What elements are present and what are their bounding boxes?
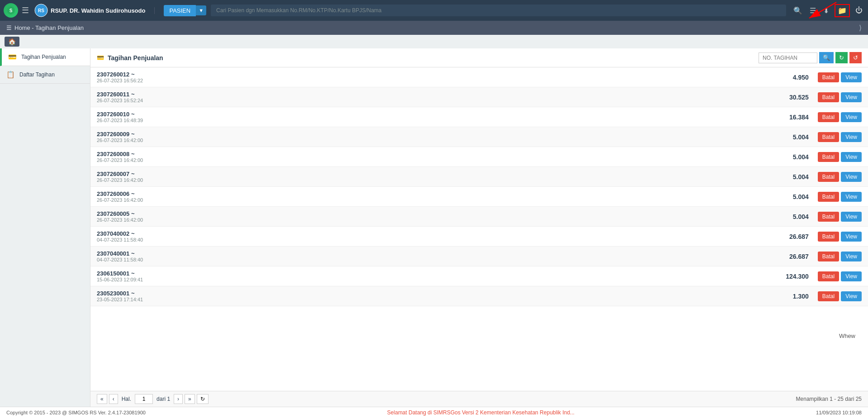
sidebar-item-tagihan-penjualan[interactable]: 💳 Tagihan Penjualan [0, 48, 90, 66]
view-button[interactable]: View [841, 132, 862, 142]
batal-button[interactable]: Batal [818, 132, 839, 142]
search-icon[interactable]: 🔍 [792, 5, 804, 17]
bill-actions: Batal View [818, 112, 862, 122]
pagination-first[interactable]: « [97, 394, 107, 404]
content-header: 💳 Tagihan Penjualan 🔍 ↻ ↺ [90, 48, 868, 67]
pagination-left: « ‹ Hal. dari 1 › » ↻ [97, 394, 209, 404]
view-button[interactable]: View [841, 192, 862, 202]
bill-date: 26-07-2023 16:56:22 [97, 78, 754, 83]
bill-actions: Batal View [818, 72, 862, 82]
tagihan-search-input[interactable] [759, 52, 817, 63]
batal-button[interactable]: Batal [818, 92, 839, 102]
bill-row: 2307260006 ~ 26-07-2023 16:42:00 5.004 B… [90, 187, 868, 207]
bill-info: 2307260006 ~ 26-07-2023 16:42:00 [97, 190, 754, 203]
logout-icon[interactable]: ⏻ [854, 5, 864, 16]
bill-row: 2305230001 ~ 23-05-2023 17:14:41 1.300 B… [90, 286, 868, 306]
bill-info: 2307040001 ~ 04-07-2023 11:58:40 [97, 250, 754, 262]
view-button[interactable]: View [841, 252, 862, 261]
view-button[interactable]: View [841, 112, 862, 122]
breadcrumb-bar: ☰ Home - Tagihan Penjualan ⟩ [0, 21, 868, 35]
bill-number: 2307260009 ~ [97, 131, 754, 138]
batal-button[interactable]: Batal [818, 112, 839, 122]
bill-row: 2307260010 ~ 26-07-2023 16:48:39 16.384 … [90, 107, 868, 127]
bill-actions: Batal View [818, 152, 862, 162]
bill-date: 26-07-2023 16:52:24 [97, 98, 754, 103]
bill-actions: Batal View [818, 252, 862, 261]
tagihan-reset-button[interactable]: ↺ [849, 52, 862, 63]
batal-button[interactable]: Batal [818, 152, 839, 162]
bill-number: 2307260005 ~ [97, 210, 754, 217]
bill-actions: Batal View [818, 232, 862, 242]
hamburger-menu[interactable]: ☰ [22, 5, 29, 15]
bill-row: 2307260012 ~ 26-07-2023 16:56:22 4.950 B… [90, 67, 868, 87]
view-button[interactable]: View [841, 72, 862, 82]
pagination-prev[interactable]: ‹ [109, 394, 118, 404]
view-button[interactable]: View [841, 92, 862, 102]
tagihan-search-button[interactable]: 🔍 [819, 52, 834, 63]
batal-button[interactable]: Batal [818, 291, 839, 301]
pagination-info: Menampilkan 1 - 25 dari 25 [796, 396, 862, 402]
pagination-refresh[interactable]: ↻ [197, 394, 209, 404]
batal-button[interactable]: Batal [818, 232, 839, 242]
view-button[interactable]: View [841, 271, 862, 281]
bill-amount: 5.004 [754, 153, 809, 161]
breadcrumb-collapse[interactable]: ⟩ [859, 24, 862, 32]
bill-info: 2307260007 ~ 26-07-2023 16:42:00 [97, 171, 754, 183]
batal-button[interactable]: Batal [818, 72, 839, 82]
sidebar-item-daftar-tagihan[interactable]: 📋 Daftar Tagihan [0, 66, 90, 84]
bill-info: 2307260009 ~ 26-07-2023 16:42:00 [97, 131, 754, 143]
folder-icon[interactable]: 📁 [835, 4, 850, 17]
bill-info: 2307260012 ~ 26-07-2023 16:56:22 [97, 71, 754, 83]
pasien-button[interactable]: PASIEN [164, 5, 196, 16]
footer-copyright: Copyright © 2015 - 2023 @ SIMGOS RS Ver.… [6, 410, 146, 415]
footer: Copyright © 2015 - 2023 @ SIMGOS RS Ver.… [0, 407, 868, 418]
view-button[interactable]: View [841, 172, 862, 182]
bill-actions: Batal View [818, 212, 862, 222]
view-button[interactable]: View [841, 152, 862, 162]
batal-button[interactable]: Batal [818, 252, 839, 261]
batal-button[interactable]: Batal [818, 212, 839, 222]
bill-number: 2307260012 ~ [97, 71, 754, 78]
bill-amount: 1.300 [754, 293, 809, 300]
bill-info: 2307260005 ~ 26-07-2023 16:42:00 [97, 210, 754, 223]
bill-actions: Batal View [818, 92, 862, 102]
view-button[interactable]: View [841, 291, 862, 301]
pagination-page-input[interactable] [135, 394, 153, 404]
tagihan-refresh-button[interactable]: ↻ [835, 52, 848, 63]
bill-info: 2307260011 ~ 26-07-2023 16:52:24 [97, 91, 754, 103]
view-button[interactable]: View [841, 212, 862, 222]
batal-button[interactable]: Batal [818, 271, 839, 281]
bill-row: 2307260007 ~ 26-07-2023 16:42:00 5.004 B… [90, 167, 868, 187]
patient-search-input[interactable] [211, 5, 786, 16]
svg-text:RS: RS [38, 8, 44, 13]
bill-amount: 26.687 [754, 253, 809, 260]
pagination-hal-label: Hal. [122, 396, 131, 402]
bill-date: 26-07-2023 16:42:00 [97, 157, 754, 163]
bill-actions: Batal View [818, 172, 862, 182]
bill-amount: 30.525 [754, 94, 809, 101]
bill-row: 2307040002 ~ 04-07-2023 11:58:40 26.687 … [90, 227, 868, 247]
batal-button[interactable]: Batal [818, 192, 839, 202]
download-icon[interactable]: ⬇ [821, 5, 831, 17]
bill-amount: 5.004 [754, 133, 809, 141]
pasien-dropdown[interactable]: ▼ [196, 5, 206, 15]
bill-number: 2307260006 ~ [97, 190, 754, 197]
bill-row: 2307040001 ~ 04-07-2023 11:58:40 26.687 … [90, 247, 868, 266]
content-area: 💳 Tagihan Penjualan 🔍 ↻ ↺ 2307260012 ~ 2… [90, 48, 868, 407]
bill-date: 04-07-2023 11:58:40 [97, 257, 754, 262]
view-button[interactable]: View [841, 232, 862, 242]
bill-date: 26-07-2023 16:42:00 [97, 217, 754, 223]
breadcrumb-menu-icon[interactable]: ☰ [6, 24, 12, 31]
bill-row: 2307260005 ~ 26-07-2023 16:42:00 5.004 B… [90, 207, 868, 227]
content-header-right: 🔍 ↻ ↺ [759, 52, 862, 63]
top-navigation: S ☰ RS RSUP. DR. Wahidin Sudirohusodo PA… [0, 0, 868, 21]
creditcard-icon: 💳 [8, 53, 17, 61]
bill-number: 2307260007 ~ [97, 171, 754, 177]
list-icon[interactable]: ☰ [808, 5, 818, 17]
pagination-last[interactable]: » [185, 394, 195, 404]
pagination-next[interactable]: › [174, 394, 183, 404]
bill-amount: 16.384 [754, 114, 809, 121]
home-button[interactable]: 🏠 [5, 37, 19, 47]
bill-amount: 5.004 [754, 213, 809, 220]
batal-button[interactable]: Batal [818, 172, 839, 182]
